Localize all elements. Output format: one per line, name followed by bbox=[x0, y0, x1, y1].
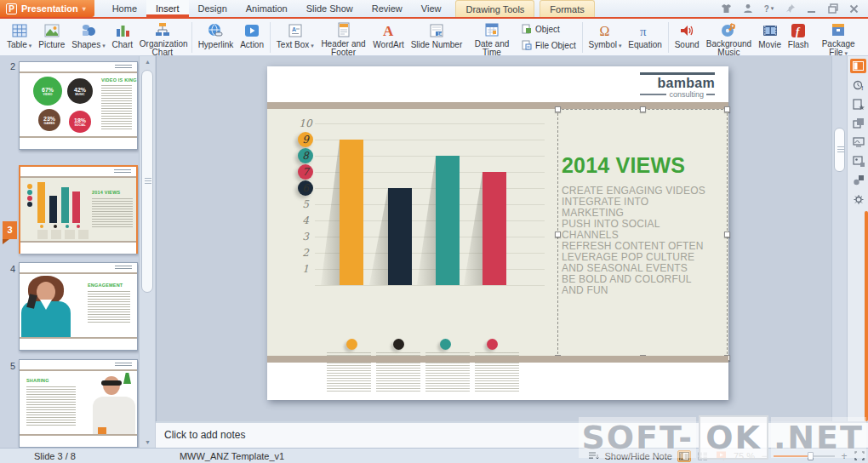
button-label: Date and Time bbox=[469, 40, 515, 57]
slide-text-content[interactable]: 2014 VIEWS CREATE ENGAGING VIDEOS INTEGR… bbox=[562, 153, 725, 296]
movie-button[interactable]: Movie bbox=[755, 20, 785, 55]
scroll-up-icon[interactable]: ▲ bbox=[140, 59, 156, 65]
settings-pane-icon[interactable] bbox=[850, 192, 866, 207]
restore-icon[interactable] bbox=[827, 3, 838, 14]
tab-animation[interactable]: Animation bbox=[237, 0, 297, 17]
sound-button[interactable]: Sound bbox=[671, 20, 703, 55]
pane-scrollbar-thumb[interactable] bbox=[865, 211, 868, 421]
account-icon[interactable] bbox=[742, 3, 753, 14]
mini-legend-dot bbox=[77, 225, 80, 228]
properties-pane-icon[interactable] bbox=[850, 59, 866, 73]
skin-icon[interactable] bbox=[721, 3, 732, 14]
new-slide-pane-icon[interactable] bbox=[850, 97, 866, 111]
tab-review[interactable]: Review bbox=[363, 0, 412, 17]
panel-scrollbar-thumb[interactable] bbox=[141, 70, 153, 293]
slide-thumbnail-4[interactable]: ENGAGEMENT bbox=[19, 262, 138, 351]
file-object-button[interactable]: File Object bbox=[522, 40, 576, 50]
wordart-icon: A bbox=[380, 21, 397, 39]
object-button[interactable]: Object bbox=[522, 24, 576, 34]
thumb-body-lines bbox=[26, 386, 76, 427]
tab-design[interactable]: Design bbox=[189, 0, 237, 17]
shapes-pane-icon[interactable] bbox=[850, 116, 866, 130]
svg-text:1#: 1# bbox=[437, 31, 443, 36]
thumb-content: ENGAGEMENT bbox=[20, 274, 137, 337]
app-menu-button[interactable]: P Presentation ▾ bbox=[0, 0, 94, 17]
thumb-logo bbox=[115, 266, 132, 271]
animation-pane-icon[interactable]: ! bbox=[850, 78, 866, 93]
objects-pane-icon[interactable] bbox=[850, 173, 866, 187]
help-icon[interactable]: ?▾ bbox=[763, 3, 774, 14]
button-label: Flash bbox=[788, 41, 808, 49]
date-time-button[interactable]: Date and Time bbox=[465, 20, 518, 55]
button-label: Sound bbox=[675, 41, 700, 49]
slide-3-editing-area[interactable]: bambam consulting bbox=[267, 66, 728, 400]
main-scrollbar-thumb[interactable] bbox=[834, 128, 845, 172]
text-box-icon: A bbox=[286, 21, 304, 39]
slide-thumbnail-3-selected[interactable]: 2014 VIEWS bbox=[19, 165, 138, 254]
chart-bar-3[interactable] bbox=[436, 156, 460, 285]
object-button-stack: Object File Object bbox=[518, 20, 580, 50]
text-box-button[interactable]: A Text Box▾ bbox=[273, 20, 317, 55]
main-scrollbar[interactable] bbox=[831, 56, 847, 421]
close-icon[interactable] bbox=[848, 3, 859, 14]
dropdown-caret-icon: ▾ bbox=[844, 50, 848, 56]
slide-heading[interactable]: 2014 VIEWS bbox=[562, 153, 725, 178]
wordart-button[interactable]: A WordArt bbox=[369, 20, 407, 55]
chart-bar-2[interactable] bbox=[388, 188, 412, 285]
slide-body-text[interactable]: CREATE ENGAGING VIDEOS INTEGRATE INTO MA… bbox=[562, 186, 725, 296]
slide-thumbnail-2[interactable]: 67%VIDEO 42%MUSIC 23%GAMES 18%SOCIAL VID… bbox=[19, 61, 138, 150]
slide-canvas[interactable]: bambam consulting bbox=[156, 56, 831, 421]
button-label: Background Music bbox=[706, 40, 752, 57]
organization-chart-button[interactable]: Organization Chart bbox=[136, 20, 189, 55]
equation-icon: π bbox=[637, 21, 654, 39]
mini-bar bbox=[61, 187, 69, 223]
panel-scrollbar[interactable]: ▲ ▼ bbox=[139, 56, 155, 448]
thumb-body-lines bbox=[92, 198, 133, 227]
symbol-button[interactable]: Ω Symbol▾ bbox=[585, 20, 625, 55]
header-footer-button[interactable]: Header and Footer bbox=[317, 20, 370, 55]
chart-button[interactable]: Chart bbox=[109, 20, 136, 55]
clipart-pane-icon[interactable] bbox=[850, 134, 866, 149]
slide-number-button[interactable]: 1# Slide Number bbox=[408, 20, 465, 55]
hyperlink-button[interactable]: Hyperlink bbox=[195, 20, 237, 55]
selection-handle[interactable] bbox=[724, 106, 730, 112]
flash-button[interactable]: f Flash bbox=[785, 20, 812, 55]
minimize-icon[interactable] bbox=[806, 3, 817, 14]
window-controls: ?▾ bbox=[721, 0, 868, 17]
selection-handle[interactable] bbox=[640, 106, 646, 112]
tab-formats[interactable]: Formats bbox=[540, 0, 594, 17]
package-file-button[interactable]: Package File▾ bbox=[812, 20, 865, 55]
button-label: Slide Number bbox=[411, 41, 463, 49]
tab-drawing-tools[interactable]: Drawing Tools bbox=[455, 0, 534, 17]
bar-shadow bbox=[321, 140, 340, 285]
button-label: Organization Chart bbox=[140, 40, 186, 57]
equation-button[interactable]: π Equation bbox=[625, 20, 665, 55]
tab-insert[interactable]: Insert bbox=[146, 0, 189, 17]
scrollbar-grip bbox=[837, 146, 844, 154]
picture-button[interactable]: Picture bbox=[35, 20, 68, 55]
mini-text-block bbox=[37, 230, 48, 239]
tab-view[interactable]: View bbox=[412, 0, 451, 17]
background-music-button[interactable]: Background Music bbox=[703, 20, 756, 55]
ribbon-separator bbox=[270, 22, 271, 53]
shapes-button[interactable]: Shapes▾ bbox=[68, 20, 108, 55]
app-title: Presentation bbox=[21, 3, 78, 14]
pin-icon[interactable] bbox=[785, 3, 796, 14]
app-logo-icon: P bbox=[6, 3, 17, 14]
chart-bar-4[interactable] bbox=[483, 172, 506, 285]
button-label: Header and Footer bbox=[321, 40, 367, 57]
selection-handle[interactable] bbox=[555, 232, 561, 237]
slide-thumbnail-5[interactable]: SHARING bbox=[19, 359, 138, 448]
y-tick-label: 3 bbox=[294, 231, 317, 243]
action-button[interactable]: Action bbox=[237, 20, 267, 55]
tab-home[interactable]: Home bbox=[103, 0, 146, 17]
notes-placeholder[interactable]: Click to add notes bbox=[164, 429, 245, 441]
selection-handle[interactable] bbox=[724, 232, 730, 237]
tab-slide-show[interactable]: Slide Show bbox=[297, 0, 363, 17]
chart-bar-1[interactable] bbox=[340, 140, 363, 285]
selection-handle[interactable] bbox=[555, 106, 561, 112]
table-button[interactable]: Table▾ bbox=[3, 20, 35, 55]
photo-flask bbox=[123, 373, 131, 384]
media-pane-icon[interactable] bbox=[850, 154, 866, 169]
scroll-down-icon[interactable]: ▼ bbox=[140, 439, 156, 445]
